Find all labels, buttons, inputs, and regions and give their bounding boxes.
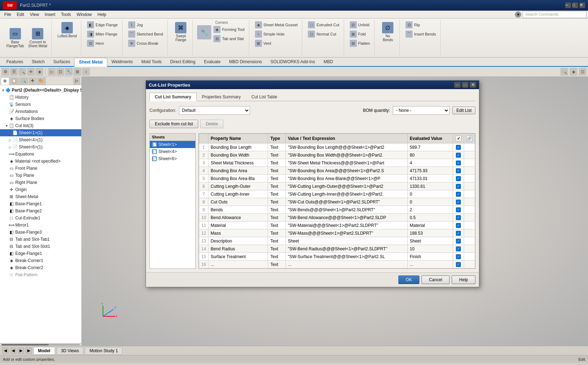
cell-check[interactable]: ✓ bbox=[453, 143, 464, 151]
secondary-btn-7[interactable]: ⊡ bbox=[56, 68, 64, 76]
view-btn-2[interactable]: ◈ bbox=[570, 68, 577, 76]
cell-expression[interactable]: "SW-Bend Allowance@@@Sheet<1>@Part2.SLDP bbox=[285, 214, 407, 222]
tree-item-equations[interactable]: ⟹ Equations bbox=[0, 151, 81, 158]
dialog-tab-cut-list-summary[interactable]: Cut List Summary bbox=[149, 93, 197, 101]
sketched-bend-button[interactable]: ⌒Sketched Bend bbox=[127, 30, 165, 38]
tab-evaluate[interactable]: Evaluate bbox=[200, 58, 225, 66]
cell-expression[interactable]: "SW-Bends@@@Sheet<1>@Part2.SLDPRT" bbox=[285, 206, 407, 214]
tab-and-slat-button[interactable]: ⊟Tab and Slat bbox=[212, 34, 246, 43]
tree-item-tab-slot-tab1[interactable]: ⊟ Tab and Slot-Tab1 bbox=[0, 236, 81, 243]
table-row[interactable]: 16 ... Text ... ... ✓ bbox=[199, 261, 475, 268]
rip-button[interactable]: ⊡Rip bbox=[404, 21, 437, 29]
sheet-item-6[interactable]: 📄 Sheet<6> bbox=[150, 155, 195, 162]
secondary-btn-3[interactable]: 🔍 bbox=[18, 68, 26, 76]
tab-sketch[interactable]: Sketch bbox=[27, 58, 49, 66]
sheet-item-1[interactable]: 📄 Sheet<1> bbox=[150, 141, 195, 148]
sheet-metal-gusset-button[interactable]: ◈Sheet Metal Gusset bbox=[254, 21, 299, 29]
cell-check[interactable]: ✓ bbox=[453, 206, 464, 214]
bottom-tab-3d-views[interactable]: 3D Views bbox=[56, 347, 83, 355]
cell-expression[interactable]: "SW-Mass@@@Sheet<1>@Part2.SLDPRT" bbox=[285, 229, 407, 237]
tree-item-base-flange1[interactable]: ◧ Base-Flange1 bbox=[0, 200, 81, 207]
tab-weldments[interactable]: Weldments bbox=[107, 58, 137, 66]
no-bends-button[interactable]: ∅ NoBends bbox=[379, 21, 397, 43]
unfold-button[interactable]: ⊡Unfold bbox=[348, 21, 372, 29]
cell-property[interactable]: Mass bbox=[208, 229, 268, 237]
tree-item-history[interactable]: 📋 History bbox=[0, 94, 81, 101]
table-row[interactable]: 5 Bounding Box Area-Bla Text "SW-Boundin… bbox=[199, 175, 475, 182]
table-row[interactable]: 1 Bounding Box Length Text "SW-Bounding … bbox=[199, 143, 475, 151]
edit-list-button[interactable]: Edit List bbox=[452, 107, 475, 114]
dialog-close-button[interactable]: ✕ bbox=[470, 82, 476, 88]
col-evaluated-value[interactable]: Evaluated Value bbox=[407, 134, 453, 143]
cell-check[interactable]: ✓ bbox=[453, 151, 464, 159]
cell-property[interactable]: Cut Outs bbox=[208, 198, 268, 206]
cell-check[interactable]: ✓ bbox=[453, 159, 464, 167]
tree-item-material[interactable]: ◈ Material <not specified> bbox=[0, 158, 81, 165]
dialog-maximize-button[interactable]: □ bbox=[462, 82, 468, 88]
tree-item-top-plane[interactable]: ▭ Top Plane bbox=[0, 172, 81, 179]
table-row[interactable]: 8 Cut Outs Text "SW-Cut Outs@@@Sheet<1>@… bbox=[199, 198, 475, 206]
col-type[interactable]: Type bbox=[268, 134, 285, 143]
table-row[interactable]: 2 Bounding Box Width Text "SW-Bounding B… bbox=[199, 151, 475, 159]
simple-hole-button[interactable]: ○Simple Hole bbox=[254, 30, 299, 38]
lp-tab-featuremanager[interactable]: ⚙ bbox=[1, 77, 9, 85]
cross-break-button[interactable]: ✕Cross-Break bbox=[127, 39, 165, 48]
cell-property[interactable]: ... bbox=[208, 261, 268, 268]
tab-direct-editing[interactable]: Direct Editing bbox=[166, 58, 200, 66]
secondary-btn-10[interactable]: ○ bbox=[82, 68, 90, 76]
view-btn-3[interactable]: ⊡ bbox=[579, 68, 587, 76]
dialog-minimize-button[interactable]: ─ bbox=[454, 82, 461, 88]
col-property-name[interactable]: Property Name bbox=[208, 134, 268, 143]
col-check-icon[interactable]: ✓ bbox=[455, 135, 462, 142]
table-row[interactable]: 10 Bend Allowance Text "SW-Bend Allowanc… bbox=[199, 214, 475, 222]
cell-check[interactable]: ✓ bbox=[453, 245, 464, 253]
cell-property[interactable]: Material bbox=[208, 222, 268, 229]
cell-expression[interactable]: "SW-Cut Outs@@@Sheet<1>@Part2.SLDPRT" bbox=[285, 198, 407, 206]
cell-check[interactable]: ✓ bbox=[453, 214, 464, 222]
cell-check[interactable]: ✓ bbox=[453, 175, 464, 182]
table-row[interactable]: 14 Bend Radius Text "SW-Bend Radius@@@Sh… bbox=[199, 245, 475, 253]
lofted-bend-button[interactable]: ◈ Lofted-Bend bbox=[56, 21, 78, 39]
close-button[interactable]: ✕ bbox=[579, 2, 585, 8]
cell-check[interactable]: ✓ bbox=[453, 229, 464, 237]
cell-expression[interactable]: "SW-Bounding Box Area-Blank@@Sheet<1>@P bbox=[285, 175, 407, 182]
convert-sheet-metal-button[interactable]: ⊞ Convert toSheet Metal bbox=[27, 27, 48, 49]
cell-check[interactable]: ✓ bbox=[453, 198, 464, 206]
cell-property[interactable]: Surface Treatment bbox=[208, 253, 268, 261]
cell-expression[interactable]: "SW-Material@@@Sheet<1>@Part2.SLDPRT" bbox=[285, 222, 407, 229]
table-row[interactable]: 12 Mass Text "SW-Mass@@@Sheet<1>@Part2.S… bbox=[199, 229, 475, 237]
lp-tab-5[interactable]: 🎨 bbox=[37, 77, 46, 85]
vent-button[interactable]: ⊞Vent bbox=[254, 39, 299, 48]
cell-property[interactable]: Bounding Box Area-Bla bbox=[208, 175, 268, 182]
cell-property[interactable]: Bend Allowance bbox=[208, 214, 268, 222]
cell-expression[interactable]: "SW-Bounding Box Width@@@Sheet<1>@Part2. bbox=[285, 151, 407, 159]
flatten-button[interactable]: ⊟Flatten bbox=[348, 39, 372, 48]
tree-item-base-flange3[interactable]: ◧ Base-Flange3 bbox=[0, 229, 81, 236]
table-row[interactable]: 11 Material Text "SW-Material@@@Sheet<1>… bbox=[199, 222, 475, 229]
menu-edit[interactable]: Edit bbox=[14, 11, 27, 18]
tree-item-annotations[interactable]: 📝 Annotations bbox=[0, 108, 81, 115]
exclude-from-cut-list-button[interactable]: Exclude from cut list bbox=[149, 120, 198, 128]
maximize-button[interactable]: □ bbox=[572, 2, 578, 8]
bottom-nav-prev2[interactable]: ◀ bbox=[10, 348, 16, 354]
tab-mbd[interactable]: MBD bbox=[319, 58, 337, 66]
menu-file[interactable]: File bbox=[1, 11, 14, 18]
search-commands-input[interactable]: Search Commands bbox=[523, 11, 587, 18]
lp-tab-search[interactable]: 🔍 bbox=[19, 77, 28, 85]
tree-item-flat-pattern[interactable]: ⊟ Flat-Pattern bbox=[0, 271, 81, 278]
tree-item-surface-bodies[interactable]: ◈ Surface Bodies bbox=[0, 115, 81, 122]
col-value-expression[interactable]: Value / Text Expression bbox=[285, 134, 407, 143]
tree-item-break-corner2[interactable]: ◈ Break-Corner2 bbox=[0, 264, 81, 271]
lp-tab-properties[interactable]: 📋 bbox=[10, 77, 19, 85]
dialog-tab-cut-list-table[interactable]: Cut List Table bbox=[246, 93, 283, 101]
menu-view[interactable]: View bbox=[27, 11, 42, 18]
cell-property[interactable]: Bend Radius bbox=[208, 245, 268, 253]
bottom-tab-model[interactable]: Model bbox=[33, 347, 55, 355]
cell-property[interactable]: Bounding Box Width bbox=[208, 151, 268, 159]
delete-button[interactable]: Delete bbox=[200, 120, 223, 128]
table-row[interactable]: 3 Sheet Metal Thickness Text "SW-Sheet M… bbox=[199, 159, 475, 167]
table-row[interactable]: 7 Cutting Length-Inner Text "SW-Cutting … bbox=[199, 190, 475, 198]
tree-item-sheet1[interactable]: ▷ 📄 Sheet<1>(1) bbox=[0, 129, 81, 136]
sheet-item-4[interactable]: 📄 Sheet<4> bbox=[150, 148, 195, 155]
lp-collapse-btn[interactable]: ▷ bbox=[73, 77, 80, 85]
